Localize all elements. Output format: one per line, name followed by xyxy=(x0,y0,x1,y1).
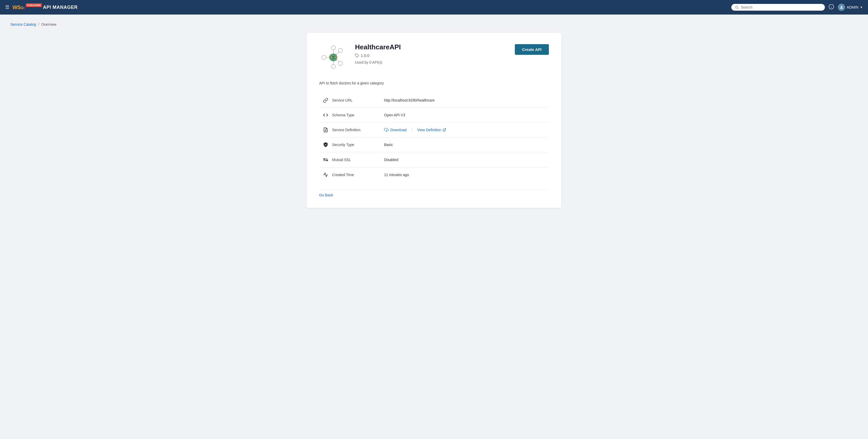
breadcrumb-current: Overview xyxy=(41,22,56,27)
svg-line-14 xyxy=(336,60,339,62)
download-link[interactable]: Download xyxy=(384,128,406,132)
service-definition-label: Service Definition xyxy=(332,128,384,132)
api-header-section: { } HealthcareAPI 1.0.0 Used by 0 API(s)… xyxy=(319,43,549,72)
logo-area: WSO2 PUBLISHER API MANAGER xyxy=(12,4,78,10)
detail-card: { } HealthcareAPI 1.0.0 Used by 0 API(s)… xyxy=(307,33,561,208)
admin-label: ADMIN xyxy=(847,5,858,9)
go-back-section: Go Back xyxy=(319,190,549,197)
created-time-label: Created Time xyxy=(332,173,384,177)
created-time-value: 11 minutes ago xyxy=(384,173,549,177)
schema-type-label: Schema Type xyxy=(332,113,384,117)
api-manager-title: API MANAGER xyxy=(43,5,78,10)
create-api-button[interactable]: Create API xyxy=(515,44,549,55)
svg-point-10 xyxy=(331,64,336,69)
svg-point-17 xyxy=(332,57,333,58)
security-type-icon xyxy=(319,142,332,147)
svg-point-5 xyxy=(841,6,842,7)
security-type-value: Basic xyxy=(384,143,549,147)
admin-avatar xyxy=(838,4,845,11)
breadcrumb: Service Catalog / Overview xyxy=(5,22,863,27)
search-box[interactable] xyxy=(731,4,825,11)
svg-line-1 xyxy=(738,8,738,9)
svg-point-8 xyxy=(322,55,326,60)
svg-point-19 xyxy=(335,57,335,58)
svg-point-0 xyxy=(736,6,738,8)
admin-menu[interactable]: ADMIN ▼ xyxy=(838,4,863,11)
wso2-logo: WSO2 xyxy=(12,4,25,10)
service-url-label: Service URL xyxy=(332,98,384,102)
api-info: HealthcareAPI 1.0.0 Used by 0 API(s) xyxy=(355,43,507,64)
header-right: ADMIN ▼ xyxy=(731,4,863,11)
security-type-row: Security Type Basic xyxy=(319,137,549,152)
service-url-value: http://localhost:8290/healthcare xyxy=(384,98,549,102)
header-left: ☰ WSO2 PUBLISHER API MANAGER xyxy=(5,4,731,10)
api-version: 1.0.0 xyxy=(355,53,507,58)
service-url-row: Service URL http://localhost:8290/health… xyxy=(319,93,549,108)
view-definition-link[interactable]: View Definition xyxy=(412,128,446,132)
breadcrumb-separator: / xyxy=(38,22,39,27)
api-service-icon: { } xyxy=(319,43,348,72)
hamburger-menu-icon[interactable]: ☰ xyxy=(5,4,9,10)
cloud-download-icon xyxy=(384,128,389,132)
info-icon[interactable] xyxy=(829,4,834,11)
service-url-icon xyxy=(319,98,332,103)
app-header: ☰ WSO2 PUBLISHER API MANAGER xyxy=(0,0,868,14)
service-definition-icon xyxy=(319,127,332,132)
schema-type-value: Open API V3 xyxy=(384,113,549,117)
search-icon xyxy=(735,5,739,9)
service-definition-row: Service Definition Download View Definit… xyxy=(319,123,549,137)
tag-icon xyxy=(355,54,359,58)
breadcrumb-catalog-link[interactable]: Service Catalog xyxy=(10,22,36,27)
mutual-ssl-value: Disabled xyxy=(384,158,549,162)
publisher-badge: PUBLISHER xyxy=(26,3,42,7)
api-name: HealthcareAPI xyxy=(355,43,507,51)
created-time-icon xyxy=(319,172,332,178)
mutual-ssl-label: Mutual SSL xyxy=(332,158,384,162)
api-description: API to fetch doctors for a given categor… xyxy=(319,81,549,85)
svg-point-6 xyxy=(331,46,336,50)
created-time-row: Created Time 11 minutes ago xyxy=(319,167,549,182)
chevron-down-icon: ▼ xyxy=(860,6,863,9)
external-link-icon xyxy=(442,128,446,132)
go-back-link[interactable]: Go Back xyxy=(319,193,333,197)
api-usage: Used by 0 API(s) xyxy=(355,60,507,64)
schema-type-icon xyxy=(319,113,332,118)
details-section: Service URL http://localhost:8290/health… xyxy=(319,93,549,182)
service-definition-links: Download View Definition xyxy=(384,128,549,132)
wso2-logo-text: WSO2 xyxy=(12,4,25,10)
svg-point-18 xyxy=(333,57,334,58)
mutual-ssl-row: Mutual SSL Disabled xyxy=(319,152,549,167)
svg-text:{: { xyxy=(329,55,330,59)
mutual-ssl-icon xyxy=(319,157,332,163)
svg-line-27 xyxy=(444,129,445,130)
svg-line-12 xyxy=(336,52,339,55)
search-input[interactable] xyxy=(741,5,821,9)
main-content: Service Catalog / Overview xyxy=(0,14,868,216)
svg-text:}: } xyxy=(336,55,337,59)
security-type-label: Security Type xyxy=(332,143,384,147)
schema-type-row: Schema Type Open API V3 xyxy=(319,108,549,123)
